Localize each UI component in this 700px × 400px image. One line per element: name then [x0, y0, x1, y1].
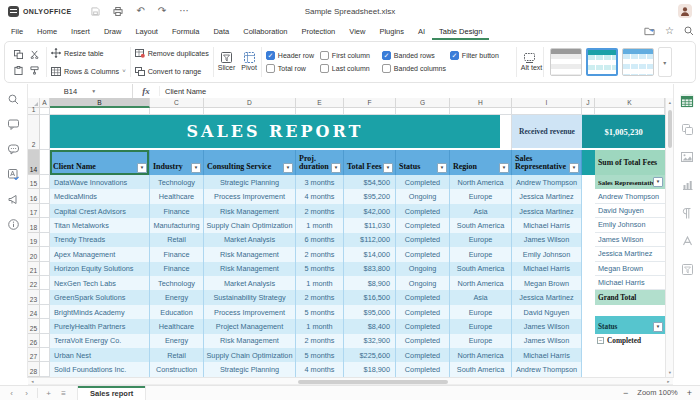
cell[interactable]: $95,000	[344, 305, 396, 319]
pivot-row[interactable]: Michael Harris	[595, 276, 665, 290]
sheet-tab-sales-report[interactable]: Sales report	[77, 386, 146, 400]
table-header-total-fees[interactable]: Total Fees▼	[344, 150, 396, 175]
cell[interactable]: Europe	[450, 189, 512, 203]
row-header-17[interactable]: 17	[28, 204, 40, 218]
row-header-24[interactable]: 24	[28, 305, 40, 319]
table-header-status[interactable]: Status▼	[396, 150, 450, 175]
cell[interactable]: Europe	[450, 305, 512, 319]
vertical-scroll-thumb[interactable]	[668, 110, 672, 148]
cell[interactable]: Energy	[150, 290, 204, 304]
cell[interactable]: Completed	[396, 319, 450, 333]
checkbox-box[interactable]: ✓	[382, 51, 391, 60]
cell[interactable]: $18,900	[344, 362, 396, 376]
vertical-scrollbar[interactable]: ▴ ▾	[665, 98, 673, 377]
favorites-star-icon[interactable]: ☆	[665, 26, 674, 36]
cell[interactable]: Michael Harris	[512, 348, 582, 362]
empty-cell[interactable]	[40, 233, 50, 247]
checkbox-filter-button[interactable]: ✓Filter button	[450, 51, 512, 60]
pivot-grand-total[interactable]: Grand Total	[595, 290, 665, 304]
cell[interactable]: Market Analysis	[204, 233, 296, 247]
menu-item-plugins[interactable]: Plugins	[372, 22, 411, 40]
slicer-settings-icon[interactable]	[680, 262, 694, 276]
empty-cell[interactable]	[500, 115, 512, 150]
pivot-row[interactable]: Jessica Martinez	[595, 247, 665, 261]
table-header-proj-duration[interactable]: Proj. duration▼	[296, 150, 344, 175]
column-a-strip[interactable]	[40, 115, 50, 377]
row-header-23[interactable]: 23	[28, 290, 40, 304]
filter-button[interactable]: ▼	[653, 177, 663, 187]
column-header-i[interactable]: I	[512, 98, 582, 108]
cell[interactable]: $14,000	[344, 247, 396, 261]
checkbox-box[interactable]: ✓	[266, 51, 275, 60]
row-header-26[interactable]: 26	[28, 334, 40, 348]
received-revenue-label-cell[interactable]: Received revenue	[512, 115, 582, 148]
more-icon[interactable]: ⋯	[179, 6, 189, 16]
menu-item-layout[interactable]: Layout	[128, 22, 165, 40]
cell[interactable]: $32,900	[344, 334, 396, 348]
filter-button[interactable]: ▼	[653, 322, 663, 332]
column-header-b[interactable]: B	[50, 98, 150, 108]
empty-cell[interactable]	[595, 305, 665, 319]
cell[interactable]: Apex Management	[50, 247, 150, 261]
add-sheet-button[interactable]: +	[41, 386, 56, 400]
column-header-j[interactable]: J	[582, 98, 595, 108]
filter-button[interactable]: ▼	[499, 163, 509, 173]
cell[interactable]: Strategic Planning	[204, 175, 296, 189]
cell[interactable]: South America	[450, 218, 512, 232]
textart-settings-icon[interactable]	[680, 234, 694, 248]
empty-cell[interactable]	[40, 290, 50, 304]
cell[interactable]: Construction	[150, 362, 204, 376]
checkbox-box[interactable]	[320, 64, 329, 73]
cell[interactable]: Completed	[396, 175, 450, 189]
pivot-row[interactable]: Andrew Thompson	[595, 189, 665, 203]
cell[interactable]: Urban Nest	[50, 348, 150, 362]
checkbox-last-column[interactable]: Last column	[320, 64, 382, 73]
row-header-15[interactable]: 15	[28, 175, 40, 189]
empty-cell[interactable]	[595, 362, 665, 376]
cell[interactable]: Supply Chain Optimization	[204, 348, 296, 362]
user-avatar[interactable]	[678, 4, 692, 18]
cell[interactable]: $8,900	[344, 276, 396, 290]
cell[interactable]: 2 months	[296, 204, 344, 218]
menu-item-formula[interactable]: Formula	[165, 22, 207, 40]
cell[interactable]: David Nguyen	[512, 305, 582, 319]
checkbox-box[interactable]: ✓	[450, 51, 459, 60]
paste-icon[interactable]	[10, 62, 26, 78]
cell[interactable]: Supply Chain Optimization	[204, 218, 296, 232]
pivot-row[interactable]: Emily Johnson	[595, 218, 665, 232]
table-header-sales-representative[interactable]: Sales Representative▼	[512, 150, 582, 175]
cell[interactable]: North America	[450, 348, 512, 362]
print-icon[interactable]	[113, 7, 123, 16]
cell[interactable]: Completed	[396, 362, 450, 376]
menu-item-table-design[interactable]: Table Design	[432, 22, 489, 40]
cell[interactable]: Completed	[396, 247, 450, 261]
cell[interactable]: 1 month	[296, 319, 344, 333]
empty-cell[interactable]	[40, 204, 50, 218]
open-file-location-icon[interactable]	[644, 26, 655, 36]
cell[interactable]: Andrew Thompson	[512, 175, 582, 189]
feedback-panel-icon[interactable]	[7, 192, 21, 206]
column-header-a[interactable]: A	[40, 98, 50, 108]
received-revenue-value-cell[interactable]: $1,005,230	[582, 115, 665, 148]
cell[interactable]: 1 month	[296, 218, 344, 232]
cell[interactable]: Jessica Martinez	[512, 204, 582, 218]
name-box-dropdown-icon[interactable]: ▼	[91, 88, 96, 94]
formula-input[interactable]: Client Name	[160, 87, 206, 96]
image-settings-icon[interactable]	[680, 150, 694, 164]
cell[interactable]: MedicaMinds	[50, 189, 150, 203]
empty-cell[interactable]	[40, 175, 50, 189]
alt-text-button[interactable]: Alt text	[521, 53, 539, 72]
column-header-h[interactable]: H	[450, 98, 512, 108]
slicer-button[interactable]: Slicer	[218, 52, 236, 72]
empty-cell[interactable]	[40, 319, 50, 333]
cell[interactable]: 5 months	[296, 348, 344, 362]
cell[interactable]: Risk Management	[204, 334, 296, 348]
menu-item-protection[interactable]: Protection	[294, 22, 342, 40]
cell[interactable]: Healthcare	[150, 189, 204, 203]
cell[interactable]: Manufacturing	[150, 218, 204, 232]
cell[interactable]: Completed	[396, 290, 450, 304]
fx-icon[interactable]: fx	[133, 86, 160, 96]
cell[interactable]: 5 months	[296, 262, 344, 276]
empty-cell[interactable]	[40, 362, 50, 376]
cell[interactable]: Ongoing	[396, 189, 450, 203]
